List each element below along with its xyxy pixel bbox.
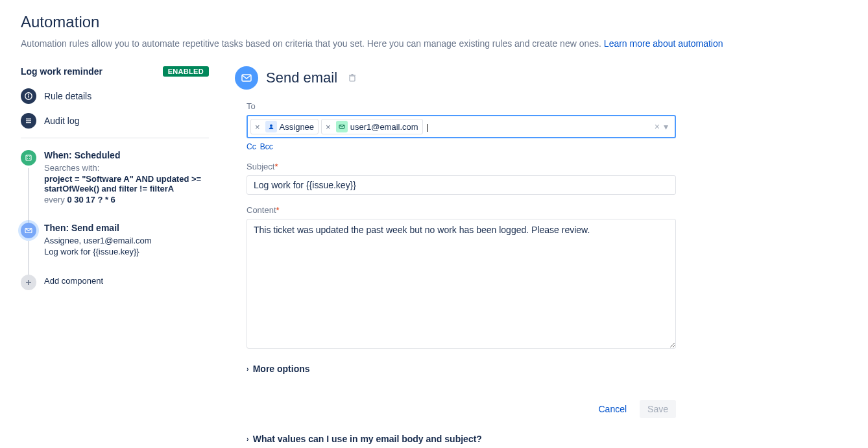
mail-icon: [336, 121, 348, 132]
svg-point-18: [270, 125, 272, 127]
recipient-chip: × user1@email.com: [321, 119, 423, 134]
cancel-button[interactable]: Cancel: [590, 400, 634, 418]
panel-title: Send email: [266, 69, 337, 86]
svg-rect-7: [27, 156, 28, 157]
bcc-link[interactable]: Bcc: [260, 142, 273, 151]
svg-rect-3: [26, 119, 31, 119]
svg-rect-16: [349, 75, 356, 76]
mail-icon: [235, 66, 258, 90]
step-when-cron: every 0 30 17 ? * 6: [44, 195, 209, 205]
to-field[interactable]: × Assignee × user1@email.com × ▾: [247, 115, 676, 138]
to-label: To: [247, 101, 676, 111]
plus-icon: [21, 275, 36, 290]
dropdown-icon[interactable]: ▾: [664, 121, 668, 132]
svg-rect-17: [352, 74, 354, 75]
list-icon: [21, 113, 36, 129]
learn-more-link[interactable]: Learn more about automation: [604, 38, 723, 49]
step-when[interactable]: When: Scheduled Searches with: project =…: [21, 150, 209, 205]
cc-link[interactable]: Cc: [247, 142, 256, 151]
page-subtitle: Automation rules allow you to automate r…: [21, 36, 847, 51]
step-add-component[interactable]: Add component: [21, 275, 209, 286]
svg-rect-9: [27, 158, 28, 159]
step-then-subject: Log work for {{issue.key}}: [44, 247, 209, 256]
svg-rect-6: [26, 155, 31, 160]
svg-rect-5: [26, 122, 31, 123]
info-icon: [21, 88, 36, 104]
recipient-chip: × Assignee: [250, 119, 319, 134]
subject-input[interactable]: [247, 175, 676, 195]
divider: [21, 138, 209, 138]
step-when-jql: project = "Software A" AND updated >= st…: [44, 174, 209, 193]
user-icon: [265, 121, 277, 132]
step-then-recipients: Assignee, user1@email.com: [44, 236, 209, 245]
more-options-toggle[interactable]: › More options: [247, 364, 676, 374]
clock-icon: [21, 150, 36, 166]
content-textarea[interactable]: [247, 219, 676, 349]
page-title: Automation: [21, 13, 847, 31]
svg-rect-1: [28, 95, 29, 98]
delete-button[interactable]: [345, 71, 359, 85]
save-button[interactable]: Save: [640, 400, 676, 418]
chevron-right-icon: ›: [247, 365, 249, 373]
help-toggle[interactable]: › What values can I use in my email body…: [247, 434, 676, 444]
content-label: Content*: [247, 205, 676, 215]
to-input[interactable]: [426, 121, 652, 132]
chip-remove[interactable]: ×: [323, 122, 333, 132]
status-badge: ENABLED: [163, 66, 209, 77]
step-then[interactable]: Then: Send email Assignee, user1@email.c…: [21, 223, 209, 256]
step-when-title: When: Scheduled: [44, 150, 209, 160]
svg-rect-13: [26, 282, 31, 284]
step-when-subtitle: Searches with:: [44, 163, 209, 173]
step-then-title: Then: Send email: [44, 223, 209, 233]
nav-audit-log[interactable]: Audit log: [21, 113, 209, 129]
subject-label: Subject*: [247, 162, 676, 171]
chip-remove[interactable]: ×: [252, 122, 263, 132]
clear-all-icon[interactable]: ×: [655, 121, 660, 132]
svg-rect-8: [29, 156, 30, 157]
svg-rect-15: [350, 76, 355, 81]
mail-icon: [21, 223, 36, 238]
svg-rect-10: [29, 158, 30, 159]
step-add-label: Add component: [44, 275, 209, 286]
chevron-right-icon: ›: [247, 435, 249, 443]
rule-name: Log work reminder: [21, 66, 102, 77]
nav-rule-details[interactable]: Rule details: [21, 88, 209, 104]
svg-rect-2: [28, 94, 29, 95]
svg-rect-4: [26, 121, 31, 121]
